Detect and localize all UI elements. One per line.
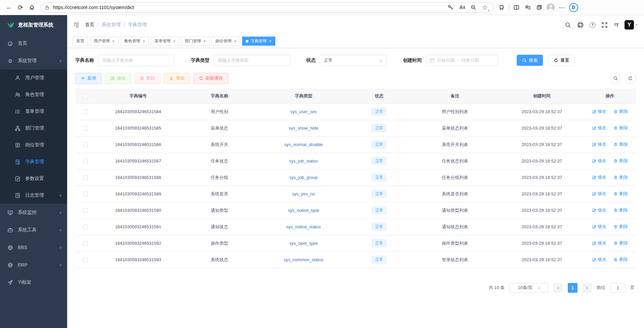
dict-type-link[interactable]: sys_notice_type <box>288 208 319 213</box>
sidebar-item-home[interactable]: 首页 <box>0 35 67 52</box>
dict-type-link[interactable]: sys_show_hide <box>288 126 318 131</box>
row-edit-link[interactable]: 修改 <box>592 240 606 246</box>
row-delete-link[interactable]: 删除 <box>613 158 628 164</box>
sidebar-item-yi[interactable]: Yi框架 <box>0 274 67 291</box>
github-icon[interactable] <box>577 22 584 28</box>
sidebar-item-dict[interactable]: 字典管理 <box>0 153 67 170</box>
close-icon[interactable]: × <box>143 39 145 44</box>
fullscreen-icon[interactable] <box>601 22 608 28</box>
row-delete-link[interactable]: 删除 <box>613 191 628 197</box>
export-button[interactable]: 导出 <box>164 73 190 84</box>
dict-type-link[interactable]: sys_job_group <box>289 175 318 180</box>
row-checkbox[interactable] <box>83 241 88 246</box>
close-icon[interactable]: × <box>234 39 236 44</box>
row-delete-link[interactable]: 删除 <box>613 207 628 213</box>
copilot-icon[interactable]: b <box>568 2 579 13</box>
status-select[interactable]: 正常 ∨ <box>320 55 387 66</box>
row-edit-link[interactable]: 修改 <box>592 141 606 147</box>
show-search-toggle-button[interactable] <box>610 73 621 84</box>
date-range-picker[interactable]: 开始日期 - 结束日期 <box>426 55 498 66</box>
add-button[interactable]: 新增 <box>75 73 101 84</box>
close-icon[interactable]: × <box>203 39 206 44</box>
row-delete-link[interactable]: 删除 <box>613 141 628 147</box>
dict-type-link[interactable]: sys_yes_no <box>292 191 315 196</box>
back-icon[interactable]: ← <box>3 2 15 13</box>
user-menu[interactable]: Y ▼ <box>625 20 638 30</box>
collections-icon[interactable] <box>534 2 545 13</box>
reload-icon[interactable]: ⟳ <box>15 2 26 13</box>
key-icon[interactable] <box>445 2 456 13</box>
row-edit-link[interactable]: 修改 <box>592 256 606 263</box>
dict-type-link[interactable]: sys_normal_disable <box>284 142 323 147</box>
tab-dict[interactable]: 字典管理× <box>242 37 275 46</box>
tab-user[interactable]: 用户管理× <box>90 37 119 46</box>
row-checkbox[interactable] <box>83 109 88 114</box>
row-delete-link[interactable]: 删除 <box>613 125 628 131</box>
row-delete-link[interactable]: 删除 <box>613 256 628 263</box>
row-checkbox[interactable] <box>83 257 88 262</box>
sidebar-item-system[interactable]: ⚙ 系统管理 ∧ <box>0 52 67 69</box>
breadcrumb-system[interactable]: 系统管理 <box>102 22 121 28</box>
row-checkbox[interactable] <box>83 159 88 163</box>
row-edit-link[interactable]: 修改 <box>592 125 606 131</box>
add-favorite-icon[interactable]: ☆+ <box>479 2 491 13</box>
tab-home[interactable]: 首页 <box>73 37 88 46</box>
url-text[interactable]: https://ccnetcore.com:1101/system/dict <box>53 5 445 10</box>
header-search-icon[interactable] <box>565 22 571 28</box>
tab-role[interactable]: 角色管理× <box>121 37 149 46</box>
sidebar-item-erp[interactable]: ERP ∨ <box>0 256 67 274</box>
refresh-table-button[interactable] <box>625 73 636 84</box>
sidebar-item-tools[interactable]: 系统工具 ∨ <box>0 221 67 239</box>
sidebar-item-post[interactable]: 岗位管理 <box>0 137 67 153</box>
font-size-icon[interactable]: TT <box>614 22 618 28</box>
page-1-button[interactable]: 1 <box>568 283 578 293</box>
refresh-cache-button[interactable]: 刷新缓存 <box>193 73 228 84</box>
split-screen-icon[interactable] <box>511 2 522 13</box>
delete-button[interactable]: 删除 <box>134 73 160 84</box>
home-icon[interactable] <box>26 2 38 13</box>
favorites-icon[interactable] <box>522 2 534 13</box>
dict-type-input[interactable] <box>214 55 290 66</box>
address-bar[interactable]: https://ccnetcore.com:1101/system/dict ☆… <box>40 2 494 13</box>
edit-button[interactable]: 修改 <box>105 73 131 84</box>
dict-type-link[interactable]: sys_job_status <box>289 158 318 163</box>
dict-type-link[interactable]: sys_notice_status <box>286 224 321 229</box>
sidebar-item-log[interactable]: 日志管理 ∨ <box>0 187 67 204</box>
row-checkbox[interactable] <box>83 225 88 229</box>
row-edit-link[interactable]: 修改 <box>592 191 606 197</box>
row-checkbox[interactable] <box>83 126 88 131</box>
dict-type-link[interactable]: sys_common_status <box>284 257 324 262</box>
extensions-icon[interactable] <box>496 2 508 13</box>
page-size-select[interactable]: 10条/页 ∨ <box>509 283 549 293</box>
close-icon[interactable]: × <box>112 39 115 44</box>
select-all-checkbox[interactable] <box>83 94 88 99</box>
dict-type-link[interactable]: sys_oper_type <box>289 241 318 246</box>
sidebar-item-user[interactable]: 用户管理 <box>0 69 67 86</box>
dict-type-link[interactable]: sys_user_sex <box>290 109 317 114</box>
sidebar-item-bbs[interactable]: BBS ∨ <box>0 239 67 256</box>
close-icon[interactable]: × <box>269 39 272 44</box>
row-edit-link[interactable]: 修改 <box>592 158 606 164</box>
row-checkbox[interactable] <box>83 208 88 213</box>
row-edit-link[interactable]: 修改 <box>592 224 606 230</box>
tab-dept[interactable]: 部门管理× <box>181 37 210 46</box>
row-delete-link[interactable]: 删除 <box>613 108 628 114</box>
row-checkbox[interactable] <box>83 175 88 180</box>
tab-menu[interactable]: 菜单管理× <box>151 37 179 46</box>
sidebar-item-menu[interactable]: 菜单管理 <box>0 103 67 120</box>
next-page-button[interactable]: › <box>582 283 592 293</box>
tab-post[interactable]: 岗位管理× <box>212 37 240 46</box>
help-icon[interactable]: ? <box>590 22 595 28</box>
zoom-out-icon[interactable] <box>468 2 479 13</box>
close-icon[interactable]: × <box>173 39 176 44</box>
reset-button[interactable]: 重置 <box>548 55 574 66</box>
prev-page-button[interactable]: ‹ <box>553 283 563 293</box>
profile-avatar[interactable] <box>545 2 556 13</box>
row-delete-link[interactable]: 删除 <box>613 174 628 180</box>
sidebar-item-role[interactable]: 角色管理 <box>0 86 67 103</box>
row-delete-link[interactable]: 删除 <box>613 224 628 230</box>
search-button[interactable]: 搜索 <box>517 55 543 66</box>
dict-name-input[interactable] <box>98 55 175 66</box>
row-edit-link[interactable]: 修改 <box>592 207 606 213</box>
sidebar-item-monitor[interactable]: 系统监控 ∨ <box>0 204 67 221</box>
